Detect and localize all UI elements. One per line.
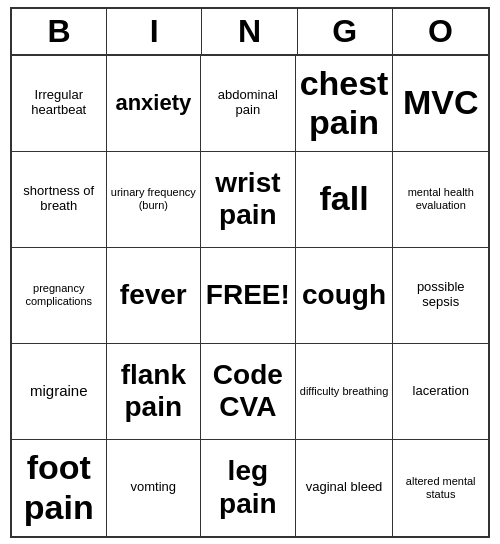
header-letter-O: O	[393, 9, 488, 54]
bingo-cell-4: MVC	[393, 56, 488, 152]
bingo-cell-18: difficulty breathing	[296, 344, 394, 440]
bingo-cell-6: urinary frequency (burn)	[107, 152, 202, 248]
bingo-cell-2: abdominal pain	[201, 56, 296, 152]
bingo-cell-13: cough	[296, 248, 394, 344]
header-letter-G: G	[298, 9, 393, 54]
bingo-cell-1: anxiety	[107, 56, 202, 152]
bingo-cell-12: FREE!	[201, 248, 296, 344]
bingo-cell-23: vaginal bleed	[296, 440, 394, 536]
bingo-cell-24: altered mental status	[393, 440, 488, 536]
bingo-grid: Irregular heartbeatanxietyabdominal pain…	[12, 56, 488, 536]
bingo-cell-20: foot pain	[12, 440, 107, 536]
header-letter-B: B	[12, 9, 107, 54]
bingo-cell-0: Irregular heartbeat	[12, 56, 107, 152]
bingo-cell-3: chest pain	[296, 56, 394, 152]
bingo-cell-15: migraine	[12, 344, 107, 440]
bingo-cell-21: vomting	[107, 440, 202, 536]
bingo-cell-11: fever	[107, 248, 202, 344]
bingo-cell-17: Code CVA	[201, 344, 296, 440]
bingo-cell-8: fall	[296, 152, 394, 248]
bingo-cell-7: wrist pain	[201, 152, 296, 248]
bingo-cell-19: laceration	[393, 344, 488, 440]
header-letter-I: I	[107, 9, 202, 54]
bingo-cell-9: mental health evaluation	[393, 152, 488, 248]
bingo-cell-14: possible sepsis	[393, 248, 488, 344]
bingo-cell-22: leg pain	[201, 440, 296, 536]
bingo-cell-5: shortness of breath	[12, 152, 107, 248]
bingo-card: BINGO Irregular heartbeatanxietyabdomina…	[10, 7, 490, 538]
bingo-cell-10: pregnancy complications	[12, 248, 107, 344]
header-letter-N: N	[202, 9, 297, 54]
bingo-cell-16: flank pain	[107, 344, 202, 440]
bingo-header: BINGO	[12, 9, 488, 56]
